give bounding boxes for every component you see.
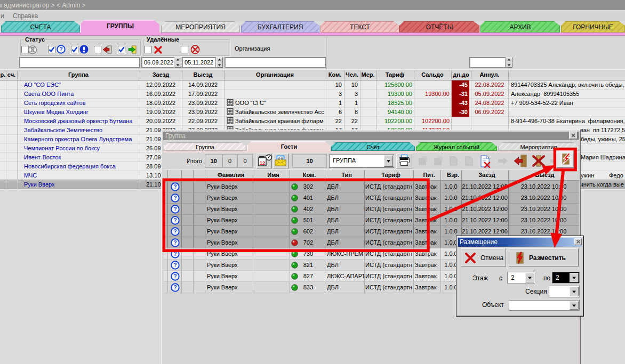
svg-text:?: ? [59,46,62,52]
svg-text:?: ? [173,250,177,257]
svg-text:?: ? [173,262,177,268]
svg-text:?: ? [173,195,177,201]
svg-text:?: ? [173,284,177,290]
svg-text:?: ? [173,273,177,279]
svg-text:?: ? [173,228,177,234]
svg-text:12: 12 [260,160,266,166]
svg-text:?: ? [173,206,177,212]
svg-text:?: ? [173,239,177,246]
svg-text:?: ? [173,183,177,190]
svg-text:?: ? [173,217,177,223]
